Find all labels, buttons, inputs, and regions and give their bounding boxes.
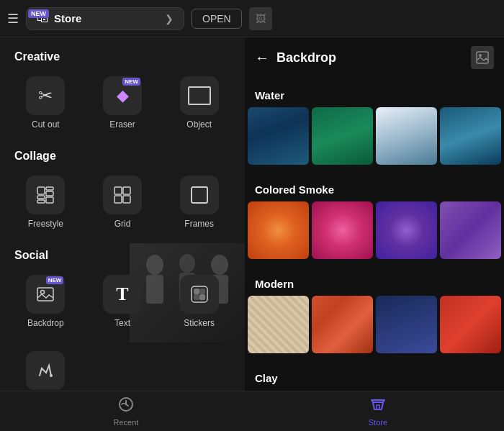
- object-label: Object: [186, 119, 212, 130]
- tool-text[interactable]: T Text: [84, 269, 161, 334]
- modern-images-row: [245, 296, 504, 353]
- svg-rect-9: [123, 196, 130, 203]
- svg-rect-4: [37, 200, 45, 203]
- text-icon-wrap: T: [103, 275, 142, 314]
- tool-grid[interactable]: Grid: [84, 170, 161, 235]
- social-tools-row: NEW Backdrop T Text: [0, 266, 245, 342]
- tool-cutout[interactable]: ✂ Cut out: [7, 71, 84, 135]
- backdrop-header: ← Backdrop: [245, 37, 504, 78]
- modern-image-4[interactable]: [440, 296, 501, 353]
- frames-icon: [190, 186, 209, 204]
- eraser-label: Eraser: [109, 119, 135, 130]
- section-creative-title: Creative: [0, 45, 245, 68]
- object-icon: [188, 86, 211, 105]
- recent-icon: [118, 396, 134, 416]
- svg-rect-6: [114, 187, 122, 194]
- tool-doodle[interactable]: Doodle: [7, 345, 84, 391]
- stickers-label: Stickers: [184, 318, 215, 328]
- eraser-new-badge: NEW: [122, 78, 140, 86]
- left-panel: Creative ✂ Cut out NEW ◆ Eraser Object: [0, 37, 245, 391]
- freestyle-icon: [36, 186, 55, 204]
- smoke-image-3[interactable]: [376, 201, 437, 259]
- svg-rect-20: [194, 289, 199, 294]
- bottom-nav: Recent Store: [0, 391, 504, 431]
- creative-tools-row: ✂ Cut out NEW ◆ Eraser Object: [0, 68, 245, 144]
- store-nav-icon: [370, 396, 386, 416]
- modern-title: Modern: [245, 273, 504, 296]
- backdrop-new-badge: NEW: [46, 276, 64, 284]
- modern-image-2[interactable]: [312, 296, 373, 353]
- svg-rect-0: [37, 187, 45, 194]
- smoke-section: Colored Smoke: [245, 172, 504, 266]
- smoke-title: Colored Smoke: [245, 179, 504, 201]
- svg-rect-5: [46, 197, 53, 203]
- tool-stickers[interactable]: Stickers: [161, 269, 238, 334]
- svg-rect-34: [477, 52, 488, 63]
- water-images-row: [245, 107, 504, 165]
- store-arrow: ❯: [165, 13, 174, 24]
- right-panel: ← Backdrop Water Colored Smoke: [245, 37, 504, 391]
- tool-eraser[interactable]: NEW ◆ Eraser: [84, 71, 161, 135]
- water-image-4[interactable]: [440, 107, 501, 165]
- recent-svg-icon: [118, 396, 134, 412]
- freestyle-icon-wrap: [26, 176, 65, 214]
- grid-icon: [113, 186, 132, 204]
- svg-rect-19: [192, 286, 207, 302]
- hamburger-icon[interactable]: ☰: [7, 11, 19, 27]
- recent-label: Recent: [114, 418, 139, 427]
- svg-rect-3: [37, 196, 45, 199]
- stickers-icon: [190, 285, 209, 304]
- svg-rect-10: [192, 187, 207, 203]
- backdrop-label: Backdrop: [27, 318, 64, 328]
- tool-freestyle[interactable]: Freestyle: [7, 170, 84, 235]
- cutout-icon: ✂: [38, 86, 53, 106]
- svg-point-35: [479, 54, 482, 57]
- svg-rect-22: [194, 294, 199, 300]
- eraser-icon: ◆: [117, 86, 129, 105]
- back-button[interactable]: ←: [255, 50, 269, 66]
- eraser-icon-wrap: NEW ◆: [103, 76, 142, 115]
- open-button[interactable]: OPEN: [192, 9, 242, 29]
- nav-recent[interactable]: Recent: [0, 391, 252, 431]
- image-thumbnail: 🖼: [249, 7, 272, 30]
- tool-frames[interactable]: Frames: [161, 170, 238, 235]
- frames-icon-wrap: [180, 176, 219, 214]
- svg-rect-17: [37, 288, 53, 301]
- water-image-1[interactable]: [248, 107, 309, 165]
- svg-rect-8: [114, 196, 122, 203]
- tool-object[interactable]: Object: [161, 71, 238, 135]
- modern-section: Modern: [245, 266, 504, 360]
- text-icon: T: [116, 283, 128, 305]
- store-label: Store: [54, 12, 81, 24]
- cutout-icon-wrap: ✂: [26, 76, 65, 115]
- svg-rect-7: [123, 187, 130, 194]
- tool-backdrop[interactable]: NEW Backdrop: [7, 269, 84, 334]
- store-button[interactable]: NEW 🛍 Store ❯: [26, 7, 184, 30]
- smoke-image-1[interactable]: [248, 201, 309, 259]
- landscape-icon: [476, 51, 489, 64]
- water-image-2[interactable]: [312, 107, 373, 165]
- doodle-icon-wrap: [26, 351, 65, 390]
- new-badge: NEW: [28, 9, 49, 18]
- top-bar: ☰ NEW 🛍 Store ❯ OPEN 🖼: [0, 0, 504, 37]
- modern-image-1[interactable]: [248, 296, 309, 353]
- placeholder-2-wrap: [180, 351, 219, 390]
- svg-rect-23: [199, 294, 205, 300]
- section-collage-title: Collage: [0, 144, 245, 167]
- collage-tools-row: Freestyle Grid: [0, 167, 245, 243]
- grid-label: Grid: [114, 219, 131, 229]
- backdrop-icon-wrap: NEW: [26, 275, 65, 314]
- placeholder-1-wrap: [103, 351, 142, 390]
- smoke-image-4[interactable]: [440, 201, 501, 259]
- cutout-label: Cut out: [32, 119, 60, 130]
- clay-title: Clay: [245, 368, 504, 390]
- water-image-3[interactable]: [376, 107, 437, 165]
- svg-point-24: [50, 374, 53, 377]
- backdrop-image-icon: [471, 46, 494, 69]
- modern-image-3[interactable]: [376, 296, 437, 353]
- smoke-image-2[interactable]: [312, 201, 373, 259]
- svg-rect-2: [46, 191, 53, 196]
- doodle-tools-row: Doodle: [0, 342, 245, 391]
- nav-store[interactable]: Store: [252, 391, 504, 431]
- backdrop-icon: [36, 285, 55, 304]
